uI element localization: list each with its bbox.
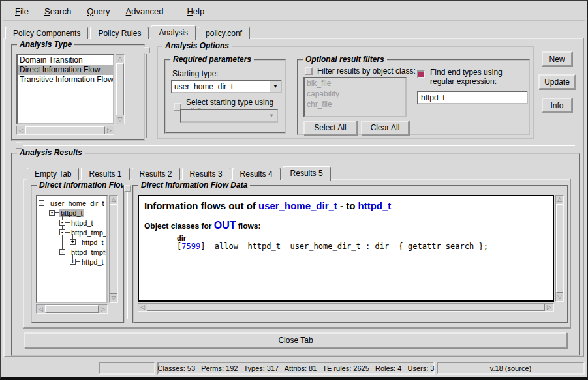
menu-help[interactable]: Help bbox=[179, 4, 212, 19]
tab-results-2[interactable]: Results 2 bbox=[132, 168, 180, 180]
menu-file[interactable]: File bbox=[7, 4, 37, 19]
flow-data-hscrollbar[interactable]: ◁ ▷ bbox=[138, 303, 554, 312]
regex-checkbox[interactable] bbox=[417, 70, 425, 78]
tab-empty[interactable]: Empty Tab bbox=[27, 168, 79, 180]
list-item-selected[interactable]: Direct Information Flow bbox=[18, 65, 113, 75]
button-label: Close Tab bbox=[278, 336, 313, 345]
tree-node[interactable]: +httpd_t bbox=[37, 237, 106, 247]
tree-node-label[interactable]: httpd_tmpfs_t bbox=[70, 248, 108, 256]
scroll-up-icon[interactable]: △ bbox=[110, 196, 117, 204]
flow-data-textarea[interactable]: Information flows out of user_home_dir_t… bbox=[138, 195, 554, 302]
regex-input[interactable]: httpd_t bbox=[417, 91, 528, 104]
dropdown-arrow-icon[interactable]: ▼ bbox=[270, 81, 281, 92]
menu-search[interactable]: Search bbox=[37, 4, 79, 19]
menu-advanced[interactable]: Advanced bbox=[118, 4, 172, 19]
tree-toggle-icon[interactable]: - bbox=[59, 229, 65, 235]
tab-results-1[interactable]: Results 1 bbox=[81, 168, 129, 180]
flow-data-vscrollbar[interactable]: △ ▽ bbox=[555, 195, 564, 302]
tree-node-label[interactable]: httpd_t bbox=[80, 239, 105, 246]
scroll-left-icon[interactable]: ◁ bbox=[17, 126, 25, 134]
scroll-down-icon[interactable]: ▽ bbox=[116, 115, 124, 124]
scroll-thumb[interactable] bbox=[116, 63, 124, 115]
close-tab-button[interactable]: Close Tab bbox=[24, 332, 567, 348]
tab-label: Policy Rules bbox=[98, 29, 141, 38]
tree-node[interactable]: -httpd_tmpfs_t bbox=[37, 247, 106, 257]
tab-results-3[interactable]: Results 3 bbox=[182, 168, 230, 180]
scroll-thumb[interactable] bbox=[556, 204, 563, 293]
info-button[interactable]: Info bbox=[542, 98, 572, 113]
scroll-thumb[interactable] bbox=[25, 126, 105, 134]
pane-sash-handle[interactable] bbox=[144, 47, 150, 53]
scroll-left-icon[interactable]: ◁ bbox=[37, 305, 45, 313]
tab-analysis[interactable]: Analysis bbox=[151, 25, 196, 40]
object-class-checkbox-row[interactable]: Filter results by object class: bbox=[305, 66, 416, 76]
new-button[interactable]: New bbox=[542, 51, 572, 66]
flow-tree[interactable]: -user_home_dir_t -httpd_t -httpd_t -http… bbox=[36, 195, 108, 303]
tree-node-label[interactable]: httpd_t bbox=[80, 258, 105, 266]
scroll-down-icon[interactable]: ▽ bbox=[110, 294, 117, 302]
list-item[interactable]: Transitive Information Flow bbox=[18, 75, 113, 85]
tree-toggle-icon[interactable]: + bbox=[70, 239, 76, 245]
rule-number-link[interactable]: 7599 bbox=[181, 242, 200, 251]
update-button[interactable]: Update bbox=[538, 74, 576, 89]
analysis-type-vscrollbar[interactable]: △ ▽ bbox=[116, 54, 125, 124]
results-tab-bar: Empty Tab Results 1 Results 2 Results 3 … bbox=[27, 164, 333, 180]
pane-sash-line[interactable] bbox=[127, 192, 128, 319]
pane-sash-line[interactable] bbox=[23, 145, 575, 146]
scroll-thumb[interactable] bbox=[45, 305, 99, 313]
tab-policy-components[interactable]: Policy Components bbox=[5, 27, 88, 39]
list-item[interactable]: Domain Transition bbox=[18, 55, 113, 65]
main-tab-bar: Policy Components Policy Rules Analysis … bbox=[5, 23, 252, 39]
tab-results-4[interactable]: Results 4 bbox=[232, 168, 281, 180]
flow-direction: OUT bbox=[214, 220, 236, 231]
tree-node[interactable]: -httpd_t bbox=[37, 208, 106, 218]
tree-connector bbox=[76, 261, 80, 262]
scroll-thumb[interactable] bbox=[147, 304, 545, 311]
clear-all-button[interactable]: Clear All bbox=[361, 121, 409, 135]
tab-policy-conf[interactable]: policy.conf bbox=[198, 27, 250, 39]
tree-toggle-icon[interactable]: - bbox=[49, 210, 55, 216]
pane-sash-handle[interactable] bbox=[16, 142, 22, 149]
analysis-options-frame: Analysis Options Required parameters Sta… bbox=[157, 46, 534, 139]
pane-sash-handle[interactable] bbox=[124, 185, 131, 192]
tree-toggle-icon[interactable]: - bbox=[59, 220, 65, 226]
scroll-down-icon[interactable]: ▽ bbox=[556, 293, 563, 301]
scroll-left-icon[interactable]: ◁ bbox=[138, 304, 147, 311]
tree-toggle-icon[interactable]: - bbox=[59, 249, 65, 255]
rule-line: [7599] allow httpd_t user_home_dir_t : d… bbox=[177, 242, 548, 251]
analysis-type-listbox[interactable]: Domain Transition Direct Information Flo… bbox=[16, 54, 114, 124]
tree-toggle-icon[interactable]: + bbox=[70, 259, 76, 265]
flow-tree-hscrollbar[interactable]: ◁ ▷ bbox=[36, 304, 108, 314]
scroll-thumb[interactable] bbox=[110, 204, 117, 294]
starting-type-combobox[interactable]: user_home_dir_t ▼ bbox=[171, 80, 282, 93]
select-all-button[interactable]: Select All bbox=[303, 121, 357, 135]
flow-tree-vscrollbar[interactable]: △ ▽ bbox=[109, 195, 118, 303]
tree-node-label[interactable]: httpd_tmp_t bbox=[70, 229, 108, 237]
apol-window: File Search Query Advanced Help Policy C… bbox=[0, 0, 588, 380]
scroll-right-icon[interactable]: ▷ bbox=[99, 305, 107, 313]
tree-node-label-selected[interactable]: httpd_t bbox=[59, 209, 84, 217]
object-class-listbox: blk_file capability chr_file bbox=[303, 77, 407, 117]
tree-node-label[interactable]: httpd_t bbox=[70, 219, 95, 227]
tree-node-label[interactable]: user_home_dir_t bbox=[49, 199, 106, 207]
tree-node[interactable]: +httpd_t bbox=[37, 257, 106, 267]
scroll-right-icon[interactable]: ▷ bbox=[105, 126, 114, 134]
menu-query[interactable]: Query bbox=[79, 4, 117, 19]
scroll-right-icon[interactable]: ▷ bbox=[545, 304, 553, 311]
analysis-type-hscrollbar[interactable]: ◁ ▷ bbox=[16, 126, 114, 135]
regex-checkbox-row[interactable]: Find end types using regular expression: bbox=[417, 68, 527, 86]
tree-node[interactable]: -httpd_tmp_t bbox=[37, 227, 106, 237]
scroll-up-icon[interactable]: △ bbox=[116, 55, 124, 63]
pane-sash-line[interactable] bbox=[146, 54, 147, 138]
button-label: Update bbox=[544, 78, 570, 87]
rule-text: allow httpd_t user_home_dir_t : dir { ge… bbox=[205, 242, 487, 251]
object-class-checkbox[interactable] bbox=[305, 67, 313, 75]
flow-heading: Information flows out of user_home_dir_t… bbox=[144, 200, 548, 211]
analysis-type-title: Analysis Type bbox=[17, 40, 74, 49]
scroll-up-icon[interactable]: △ bbox=[556, 196, 563, 204]
tree-node[interactable]: -httpd_t bbox=[37, 218, 106, 227]
tab-policy-rules[interactable]: Policy Rules bbox=[90, 27, 149, 39]
tab-results-5[interactable]: Results 5 bbox=[283, 166, 331, 181]
tree-toggle-icon[interactable]: - bbox=[39, 200, 44, 206]
tree-node[interactable]: -user_home_dir_t bbox=[37, 198, 106, 208]
